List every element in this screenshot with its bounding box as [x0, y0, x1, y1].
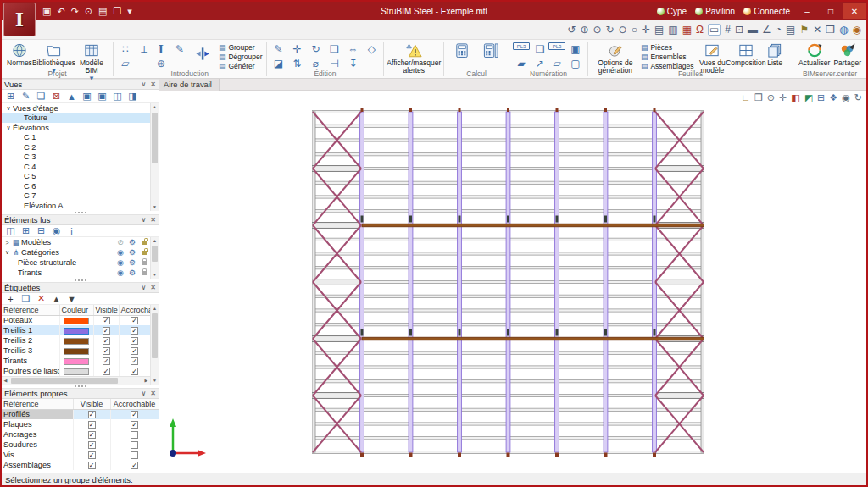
element-row-mod-les[interactable]: >▦Modèles⊘⚙: [2, 237, 150, 247]
tree-item-vues-d-tage[interactable]: ∨Vues d'étage: [2, 103, 150, 113]
move-down-icon[interactable]: ▼: [64, 293, 79, 305]
drawing-canvas[interactable]: ∟❒⊙✛◧◩⊟❖◉↻: [159, 91, 866, 473]
propre-row-profil-s[interactable]: Profilés✓✓: [2, 409, 159, 419]
angle-icon[interactable]: ∠: [762, 25, 771, 35]
visible-checkbox[interactable]: ✓: [88, 441, 96, 449]
coordinate-axes-icon[interactable]: ∟: [741, 92, 750, 103]
move-up-icon[interactable]: ▲: [49, 293, 64, 305]
connection-status[interactable]: Connecté: [743, 7, 790, 16]
etiquette-row-treillis-3[interactable]: Treillis 3✓✓: [2, 346, 150, 356]
zoom-icon[interactable]: ⊙: [85, 7, 92, 16]
move-icon[interactable]: ✛: [288, 42, 305, 56]
propre-row-ancrages[interactable]: Ancrages✓: [2, 429, 159, 440]
layout-icon[interactable]: ❒: [826, 25, 835, 35]
close-panel-icon[interactable]: ✕: [150, 80, 156, 88]
tab-aire-de-travail[interactable]: Aire de travail: [159, 79, 220, 91]
accrochable-checkbox[interactable]: ✓: [131, 327, 138, 335]
visible-checkbox[interactable]: ✓: [103, 357, 110, 365]
color-cell[interactable]: [59, 315, 93, 325]
settings-gear-icon[interactable]: ⚙: [126, 248, 138, 257]
visible-cell[interactable]: ✓: [93, 315, 119, 325]
color-cell[interactable]: [59, 366, 93, 376]
close-button[interactable]: ✕: [843, 3, 866, 19]
column-header[interactable]: Visible: [93, 305, 119, 315]
accrochable-cell[interactable]: ✓: [119, 325, 150, 335]
link-views-icon[interactable]: ◫: [3, 225, 18, 237]
assemble-button[interactable]: [188, 45, 217, 63]
visible-checkbox[interactable]: ✓: [103, 347, 110, 355]
ensembles-button[interactable]: ▤Ensembles: [641, 53, 694, 61]
tools-icon[interactable]: ✕: [813, 25, 821, 35]
open-book-icon[interactable]: ◫: [110, 91, 125, 102]
etiquette-row-poutres-de-liaison[interactable]: Poutres de liaison✓✓: [2, 366, 150, 376]
tree-item--l-vations[interactable]: ∨Élévations: [2, 123, 150, 133]
color-swatch[interactable]: [64, 318, 89, 324]
accrochable-checkbox[interactable]: ✓: [131, 462, 138, 469]
zoom-window-icon[interactable]: ⊕: [580, 25, 588, 35]
erase-icon[interactable]: ◪: [270, 57, 287, 70]
visible-cell[interactable]: ✓: [73, 429, 110, 440]
visible-checkbox[interactable]: ✓: [103, 337, 110, 345]
add-label-icon[interactable]: +: [3, 293, 18, 305]
camera-copy-icon[interactable]: ▣: [95, 91, 109, 102]
reference-grid-icon[interactable]: ▦: [682, 25, 692, 35]
notes-icon[interactable]: ▤: [786, 25, 795, 35]
normes-button[interactable]: Normes: [5, 42, 34, 67]
etiquette-row-treillis-2[interactable]: Treillis 2✓✓: [2, 335, 150, 346]
snap-point-icon[interactable]: ⊡: [735, 25, 743, 35]
dual-view-icon[interactable]: ▥: [668, 25, 677, 35]
edit-view-icon[interactable]: ✎: [19, 91, 33, 102]
number-copy-icon[interactable]: ▣: [567, 42, 584, 56]
column-header[interactable]: Couleur: [59, 305, 93, 315]
copy-label-icon[interactable]: ❏: [19, 293, 33, 305]
accrochable-checkbox[interactable]: ✓: [131, 357, 138, 365]
color-swatch[interactable]: [64, 348, 89, 355]
propre-row-soudures[interactable]: Soudures✓: [2, 440, 159, 450]
actualiser-button[interactable]: Actualiser: [797, 42, 832, 67]
rotate-icon[interactable]: ↻: [307, 42, 324, 56]
accrochable-cell[interactable]: [110, 440, 159, 450]
zoom-extents-icon[interactable]: ⊙: [593, 25, 601, 35]
tag-icon[interactable]: ◇: [363, 42, 380, 56]
collapse-all-icon[interactable]: ⊟: [34, 225, 48, 237]
tree-item-c-7[interactable]: C 7: [2, 191, 150, 202]
visibility-icon[interactable]: ◉: [842, 92, 850, 103]
accrochable-cell[interactable]: ✓: [119, 366, 150, 376]
column-header[interactable]: Référence: [2, 305, 59, 315]
pavilion-project[interactable]: Pavilion: [695, 7, 735, 16]
tree-item--l-vation-a[interactable]: Élévation A: [2, 201, 150, 211]
keyboard-entry-icon[interactable]: ▬: [748, 25, 758, 35]
zoom-out-icon[interactable]: ⊖: [619, 25, 627, 35]
accrochable-checkbox[interactable]: [131, 431, 138, 439]
accrochable-cell[interactable]: ✓: [110, 409, 159, 419]
plate-number-alt-icon[interactable]: PL3: [548, 42, 565, 50]
column-header[interactable]: Visible: [73, 399, 110, 409]
visible-cell[interactable]: ✓: [93, 366, 119, 376]
move-view-icon[interactable]: ✛: [642, 25, 650, 35]
visibility-eye-icon[interactable]: ◉: [114, 268, 126, 277]
degrouper-button[interactable]: ▤Dégrouper: [219, 53, 263, 61]
visibility-eye-icon[interactable]: ⊘: [114, 238, 126, 246]
tree-item-c-4[interactable]: C 4: [2, 162, 150, 172]
move-node-icon[interactable]: ⇅: [288, 57, 305, 70]
number-plates-alt-icon[interactable]: ▱: [548, 57, 565, 70]
rotate-axis-icon[interactable]: ⌀: [307, 57, 324, 70]
visible-checkbox[interactable]: ✓: [103, 368, 110, 375]
zoom-previous-icon[interactable]: ↺: [567, 25, 576, 35]
accrochable-checkbox[interactable]: ✓: [131, 411, 138, 418]
3d-cube-icon[interactable]: ❒: [754, 92, 763, 103]
tree-item-c-6[interactable]: C 6: [2, 181, 150, 191]
accrochable-cell[interactable]: ✓: [119, 356, 150, 366]
visible-cell[interactable]: ✓: [73, 460, 110, 470]
minimize-button[interactable]: –: [795, 3, 819, 19]
accrochable-checkbox[interactable]: ✓: [131, 337, 138, 345]
plate-icon[interactable]: ▱: [117, 57, 134, 70]
color-cell[interactable]: [59, 356, 93, 366]
expand-all-icon[interactable]: ⊞: [19, 225, 33, 237]
maximize-button[interactable]: □: [819, 3, 843, 19]
column-header[interactable]: Accrochab: [119, 305, 150, 315]
protractor-icon[interactable]: ◔: [776, 25, 782, 35]
structure-elevation-drawing[interactable]: [312, 107, 704, 457]
element-row-pi-ce-structurale[interactable]: Pièce structurale◉⚙: [2, 257, 150, 268]
update-model-icon[interactable]: ◉: [49, 225, 64, 237]
